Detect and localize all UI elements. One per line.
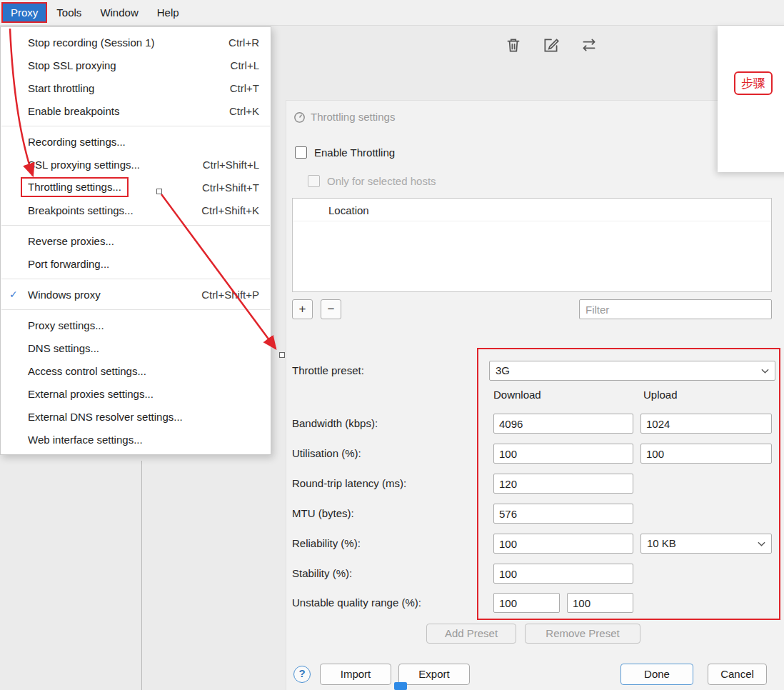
menu-item-proxy-settings[interactable]: Proxy settings... <box>1 314 271 336</box>
menu-item-label: Reverse proxies... <box>28 235 114 247</box>
menu-item-label: DNS settings... <box>28 342 99 354</box>
menu-item-label: Breakpoints settings... <box>28 204 134 216</box>
round-trip-latency-label: Round-trip latency (ms): <box>292 474 406 494</box>
throttle-preset-select[interactable]: 3G <box>489 361 775 381</box>
chevron-down-icon <box>761 369 769 374</box>
check-icon: ✓ <box>9 289 18 300</box>
compose-icon[interactable] <box>542 36 561 54</box>
cancel-button[interactable]: Cancel <box>708 664 767 685</box>
upload-column-header: Upload <box>643 385 678 405</box>
menu-item-label: Stop recording (Session 1) <box>28 36 155 49</box>
menu-item-label: Recording settings... <box>28 136 126 148</box>
menu-item-label: Throttling settings... <box>28 181 121 193</box>
menu-proxy[interactable]: Proxy <box>1 2 47 23</box>
annotation-handle <box>279 352 285 358</box>
menu-item-label: Start throttling <box>28 82 94 94</box>
menu-item-shortcut: Ctrl+K <box>216 105 259 117</box>
menu-item-label: External DNS resolver settings... <box>28 411 183 423</box>
throttling-icon <box>293 110 306 124</box>
dialog-title: Throttling settings <box>311 111 395 123</box>
reliability-input[interactable] <box>493 534 633 554</box>
steps-annotation-label: 步骤 <box>734 71 773 95</box>
menubar: Proxy Tools Window Help <box>0 0 784 26</box>
menu-separator <box>1 279 270 279</box>
only-selected-hosts-checkbox[interactable] <box>308 175 320 187</box>
stability-input[interactable] <box>493 564 633 584</box>
help-button[interactable]: ? <box>293 666 311 683</box>
throttle-preset-value: 3G <box>496 364 510 376</box>
bandwidth-download-input[interactable] <box>493 414 633 434</box>
done-button[interactable]: Done <box>620 664 693 685</box>
menu-window[interactable]: Window <box>91 2 147 23</box>
add-preset-button[interactable]: Add Preset <box>426 624 516 644</box>
location-list[interactable]: Location <box>292 198 772 292</box>
enable-throttling-label: Enable Throttling <box>314 146 395 159</box>
proxy-menu: Stop recording (Session 1) Ctrl+R Stop S… <box>0 26 271 455</box>
only-selected-hosts-label: Only for selected hosts <box>327 175 436 187</box>
menu-item-shortcut: Ctrl+Shift+P <box>189 289 259 301</box>
scrubber-artifact-bottom <box>394 682 407 690</box>
menu-item-shortcut: Ctrl+Shift+K <box>189 204 259 216</box>
mtu-label: MTU (bytes): <box>292 504 354 524</box>
export-button[interactable]: Export <box>398 664 470 685</box>
menu-item-label: Web interface settings... <box>28 434 143 446</box>
menu-separator <box>1 225 270 226</box>
menu-item-web-interface-settings[interactable]: Web interface settings... <box>1 428 271 451</box>
unstable-range-max-input[interactable] <box>567 593 633 613</box>
mtu-input[interactable] <box>493 504 633 524</box>
chevron-down-icon <box>758 541 765 547</box>
throttling-settings-annotation-box: Throttling settings... <box>21 177 129 197</box>
menu-item-label: SSL proxying settings... <box>28 159 140 171</box>
remove-location-button[interactable]: − <box>321 299 341 319</box>
menu-item-ssl-proxying-settings[interactable]: SSL proxying settings... Ctrl+Shift+L <box>1 153 271 176</box>
menu-tools[interactable]: Tools <box>47 2 91 23</box>
menu-item-access-control-settings[interactable]: Access control settings... <box>1 359 271 382</box>
menu-item-label: External proxies settings... <box>28 388 154 400</box>
throttling-settings-dialog: Throttling settings Enable Throttling On… <box>286 100 784 690</box>
unstable-quality-range-label: Unstable quality range (%): <box>292 593 421 613</box>
panel-divider <box>141 461 142 690</box>
menu-item-label: Port forwarding... <box>28 258 109 270</box>
menu-help[interactable]: Help <box>148 2 189 23</box>
location-column-header: Location <box>293 199 771 221</box>
remove-preset-button[interactable]: Remove Preset <box>525 624 640 644</box>
menu-item-stop-recording[interactable]: Stop recording (Session 1) Ctrl+R <box>1 31 271 54</box>
filter-input[interactable] <box>579 299 772 319</box>
menu-separator <box>1 126 270 126</box>
import-button[interactable]: Import <box>320 664 391 685</box>
round-trip-latency-input[interactable] <box>493 474 633 494</box>
menu-item-stop-ssl-proxying[interactable]: Stop SSL proxying Ctrl+L <box>1 54 271 76</box>
menu-item-breakpoints-settings[interactable]: Breakpoints settings... Ctrl+Shift+K <box>1 199 271 221</box>
add-location-button[interactable]: + <box>292 299 313 319</box>
stability-label: Stability (%): <box>292 564 352 584</box>
menu-item-label: Enable breakpoints <box>28 105 119 117</box>
menu-item-label: Access control settings... <box>28 365 146 377</box>
menu-item-recording-settings[interactable]: Recording settings... <box>1 130 271 153</box>
menu-item-shortcut: Ctrl+R <box>216 36 259 49</box>
utilisation-download-input[interactable] <box>493 444 633 464</box>
trash-icon[interactable] <box>504 36 523 54</box>
menu-item-windows-proxy[interactable]: ✓ Windows proxy Ctrl+Shift+P <box>1 283 271 306</box>
reliability-unit-value: 10 KB <box>647 537 676 549</box>
reliability-unit-select[interactable]: 10 KB <box>640 534 772 554</box>
steps-panel: 步骤 <box>718 26 784 172</box>
unstable-range-min-input[interactable] <box>493 593 560 613</box>
menu-item-dns-settings[interactable]: DNS settings... <box>1 336 271 359</box>
menu-item-reverse-proxies[interactable]: Reverse proxies... <box>1 229 271 252</box>
annotation-handle <box>156 189 162 194</box>
bandwidth-upload-input[interactable] <box>640 414 772 434</box>
menu-separator <box>1 309 270 310</box>
menu-item-throttling-settings[interactable]: Throttling settings... Ctrl+Shift+T <box>1 176 271 199</box>
enable-throttling-checkbox[interactable] <box>295 146 307 159</box>
menu-item-enable-breakpoints[interactable]: Enable breakpoints Ctrl+K <box>1 99 271 122</box>
download-column-header: Download <box>493 385 541 405</box>
menu-item-external-dns-resolver-settings[interactable]: External DNS resolver settings... <box>1 405 271 428</box>
bandwidth-label: Bandwidth (kbps): <box>292 414 378 434</box>
menu-item-shortcut: Ctrl+Shift+L <box>190 159 259 171</box>
utilisation-label: Utilisation (%): <box>292 444 361 464</box>
menu-item-external-proxies-settings[interactable]: External proxies settings... <box>1 382 271 405</box>
menu-item-port-forwarding[interactable]: Port forwarding... <box>1 252 271 275</box>
menu-item-start-throttling[interactable]: Start throttling Ctrl+T <box>1 76 271 99</box>
utilisation-upload-input[interactable] <box>640 444 772 464</box>
repeat-icon[interactable] <box>580 36 598 54</box>
